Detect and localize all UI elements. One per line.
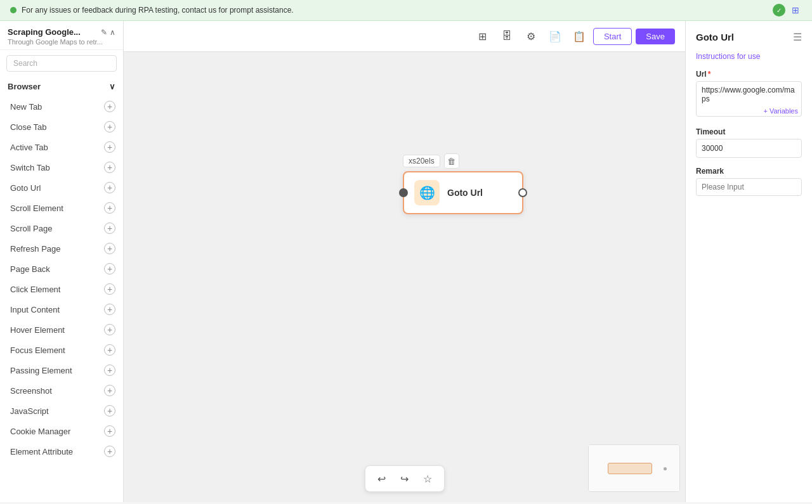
node-icon-wrapper: 🌐 (414, 180, 440, 205)
sidebar-item-scroll-element[interactable]: Scroll Element + (0, 198, 123, 218)
sidebar-item-label: Goto Url (10, 183, 41, 193)
document-icon[interactable]: 📋 (569, 26, 589, 46)
mini-map-node (608, 463, 652, 474)
timeout-row: − + (696, 139, 802, 158)
sidebar-item-scroll-page[interactable]: Scroll Page + (0, 218, 123, 238)
node-title: Goto Url (447, 188, 483, 198)
add-passing-element-icon[interactable]: + (104, 365, 115, 376)
add-scroll-element-icon[interactable]: + (104, 202, 115, 214)
timeout-field-group: Timeout − + (696, 127, 802, 158)
browser-section: Browser ∨ New Tab + Close Tab + Active T… (0, 77, 123, 502)
sidebar-item-active-tab[interactable]: Active Tab + (0, 137, 123, 157)
variables-link[interactable]: + Variables (763, 107, 798, 115)
sidebar-item-label: New Tab (10, 102, 42, 112)
top-banner: For any issues or feedback during RPA te… (0, 0, 812, 21)
sidebar-item-cookie-manager[interactable]: Cookie Manager + (0, 421, 123, 441)
save-button[interactable]: Save (636, 29, 675, 44)
project-subtitle: Through Google Maps to retr... (8, 38, 115, 46)
sidebar-item-focus-element[interactable]: Focus Element + (0, 340, 123, 360)
sidebar-item-label: Passing Element (10, 366, 72, 375)
add-switch-tab-icon[interactable]: + (104, 162, 115, 173)
banner-status-dot (10, 7, 16, 13)
sidebar: Scraping Google... ✎ ∧ Through Google Ma… (0, 21, 124, 502)
node-id-badge: xs20els (403, 155, 440, 167)
flow-node[interactable]: 🌐 Goto Url (403, 171, 523, 214)
sidebar-item-label: Active Tab (10, 143, 48, 152)
banner-text: For any issues or feedback during RPA te… (22, 6, 294, 15)
timeout-label: Timeout (696, 127, 802, 136)
browser-section-chevron: ∨ (109, 82, 115, 91)
sidebar-item-label: Screenshot (10, 386, 52, 396)
browser-section-header[interactable]: Browser ∨ (0, 77, 123, 96)
grid-icon[interactable]: ⊞ (473, 26, 493, 46)
add-input-content-icon[interactable]: + (104, 304, 115, 315)
panel-title: Goto Url (696, 32, 734, 42)
canvas-area: ⊞ 🗄 ⚙ 📄 📋 Start Save xs20els 🗑 🌐 (124, 21, 685, 502)
sidebar-item-label: Click Element (10, 285, 60, 294)
sidebar-item-click-element[interactable]: Click Element + (0, 279, 123, 299)
toolbar: ⊞ 🗄 ⚙ 📄 📋 Start Save (124, 21, 685, 52)
remark-field-group: Remark (696, 167, 802, 196)
sidebar-item-close-tab[interactable]: Close Tab + (0, 117, 123, 137)
timeout-input[interactable] (697, 141, 802, 156)
database-icon[interactable]: 🗄 (497, 26, 517, 46)
add-active-tab-icon[interactable]: + (104, 141, 115, 153)
undo-button[interactable]: ↩ (373, 470, 391, 488)
add-hover-element-icon[interactable]: + (104, 324, 115, 335)
panel-menu-icon[interactable]: ☰ (793, 31, 802, 43)
sidebar-item-element-attribute[interactable]: Element Attribute + (0, 441, 123, 462)
favorite-button[interactable]: ☆ (419, 470, 436, 488)
add-element-attribute-icon[interactable]: + (104, 446, 115, 457)
instructions-link[interactable]: Instructions for use (696, 52, 802, 61)
edit-icon[interactable]: ✎ (101, 28, 107, 37)
sidebar-item-label: Page Back (10, 264, 50, 274)
verified-icon: ✓ (773, 4, 785, 16)
collapse-icon[interactable]: ∧ (110, 28, 115, 37)
add-screenshot-icon[interactable]: + (104, 385, 115, 396)
add-focus-element-icon[interactable]: + (104, 344, 115, 356)
sidebar-item-input-content[interactable]: Input Content + (0, 299, 123, 320)
add-goto-url-icon[interactable]: + (104, 182, 115, 193)
mini-map-content (589, 445, 679, 491)
sidebar-item-label: Scroll Page (10, 224, 52, 233)
settings-icon[interactable]: ⚙ (521, 26, 541, 46)
url-label: Url * (696, 70, 802, 79)
node-connector-right (518, 188, 527, 197)
canvas[interactable]: xs20els 🗑 🌐 Goto Url ↩ ↪ ☆ (124, 52, 685, 502)
sidebar-item-label: Element Attribute (10, 447, 73, 456)
project-name: Scraping Google... (8, 27, 81, 37)
sidebar-item-new-tab[interactable]: New Tab + (0, 96, 123, 117)
sidebar-item-label: JavaScript (10, 406, 49, 416)
add-cookie-manager-icon[interactable]: + (104, 425, 115, 437)
add-refresh-page-icon[interactable]: + (104, 243, 115, 254)
sidebar-item-label: Cookie Manager (10, 427, 70, 436)
sidebar-item-label: Refresh Page (10, 244, 61, 254)
add-close-tab-icon[interactable]: + (104, 121, 115, 132)
sidebar-item-label: Focus Element (10, 346, 65, 355)
remark-input[interactable] (696, 178, 802, 196)
sidebar-item-goto-url[interactable]: Goto Url + (0, 178, 123, 198)
node-icon: 🌐 (419, 185, 435, 200)
add-page-back-icon[interactable]: + (104, 263, 115, 275)
search-input[interactable] (6, 55, 117, 72)
sidebar-item-refresh-page[interactable]: Refresh Page + (0, 238, 123, 259)
sidebar-item-switch-tab[interactable]: Switch Tab + (0, 157, 123, 178)
file-icon[interactable]: 📄 (545, 26, 565, 46)
sidebar-item-hover-element[interactable]: Hover Element + (0, 320, 123, 340)
sidebar-item-screenshot[interactable]: Screenshot + (0, 380, 123, 401)
url-field-wrapper: https://www.google.com/maps + Variables (696, 81, 802, 119)
bottom-controls: ↩ ↪ ☆ (365, 465, 445, 492)
sidebar-item-page-back[interactable]: Page Back + (0, 259, 123, 279)
sidebar-item-label: Close Tab (10, 122, 47, 132)
sidebar-item-passing-element[interactable]: Passing Element + (0, 360, 123, 380)
flow-node-container: xs20els 🗑 🌐 Goto Url (403, 153, 523, 214)
add-javascript-icon[interactable]: + (104, 405, 115, 417)
add-click-element-icon[interactable]: + (104, 283, 115, 295)
sidebar-item-label: Input Content (10, 305, 60, 314)
redo-button[interactable]: ↪ (396, 470, 414, 488)
start-button[interactable]: Start (593, 28, 632, 45)
add-new-tab-icon[interactable]: + (104, 101, 115, 112)
sidebar-item-javascript[interactable]: JavaScript + (0, 401, 123, 421)
node-delete-button[interactable]: 🗑 (444, 153, 459, 169)
add-scroll-page-icon[interactable]: + (104, 223, 115, 234)
